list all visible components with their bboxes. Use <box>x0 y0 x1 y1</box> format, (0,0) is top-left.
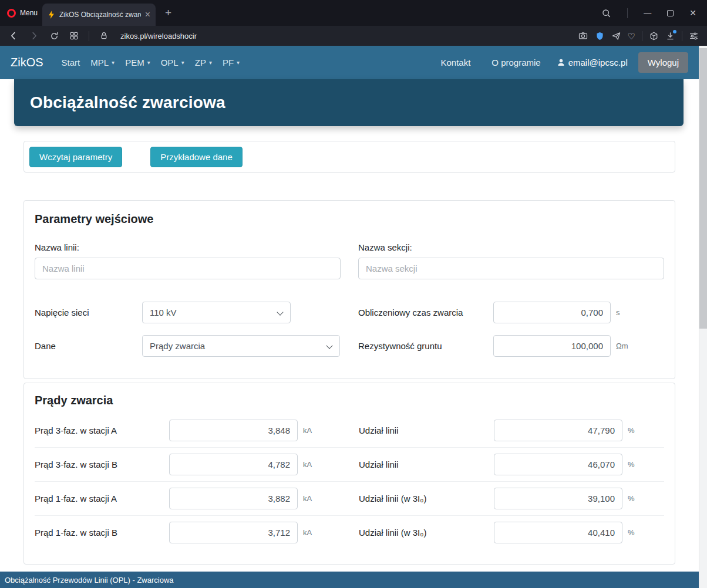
speed-dial-grid-icon[interactable] <box>69 31 79 40</box>
current-row: Prąd 3-faz. w stacji B kA Udział linii % <box>35 447 664 481</box>
navigation-buttons: zikos.pl/wireloadshocir <box>8 31 197 41</box>
nav-item-label: PF <box>223 58 234 67</box>
tab-favicon-bolt-icon <box>48 10 55 19</box>
name-fields-row: Nazwa linii: Nazwa sekcji: <box>35 242 664 279</box>
extensions-cube-icon[interactable] <box>649 31 659 41</box>
section-title: Parametry wejściowe <box>35 212 664 226</box>
nav-item-label: PEM <box>125 58 144 67</box>
section-name-label: Nazwa sekcji: <box>358 242 664 252</box>
download-notification-dot <box>673 30 676 33</box>
voltage-select[interactable]: 110 kV <box>142 302 291 323</box>
unit-label: Ωm <box>616 342 628 350</box>
status-bar-text: Obciążalność Przewodów Linii (OPL) - Zwa… <box>5 576 174 584</box>
flow-paper-plane-icon[interactable] <box>611 31 621 41</box>
divider <box>642 31 642 41</box>
chevron-down-icon: ▾ <box>181 59 184 66</box>
sliders-settings-icon[interactable] <box>689 31 699 41</box>
nav-item-start[interactable]: Start <box>56 58 86 67</box>
nav-item-zp[interactable]: ZP▾ <box>190 58 217 67</box>
nav-item-label: MPL <box>90 58 109 67</box>
short-circuit-time-label: Obliczeniowy czas zwarcia <box>358 307 493 317</box>
search-icon[interactable] <box>601 8 611 18</box>
current-label: Prąd 1-faz. w stacji B <box>35 528 169 538</box>
minimize-button[interactable]: — <box>644 9 651 17</box>
window-close-button[interactable]: ✕ <box>689 9 696 17</box>
unit-label: % <box>628 460 635 469</box>
browser-addressbar: zikos.pl/wireloadshocir ♡ <box>0 26 707 46</box>
chevron-down-icon: ▾ <box>147 59 150 66</box>
short-circuit-time-input[interactable] <box>493 302 611 323</box>
new-tab-button[interactable]: + <box>165 0 171 26</box>
maximize-button[interactable] <box>667 10 674 16</box>
browser-tab[interactable]: ZikOS Obciążalność zwarci × <box>42 4 156 26</box>
opera-menu-button[interactable]: Menu <box>0 9 46 18</box>
data-type-select[interactable]: Prądy zwarcia <box>142 335 340 357</box>
divider <box>682 31 682 41</box>
current-label: Prąd 3-faz. w stacji A <box>35 425 169 435</box>
nav-item-mpl[interactable]: MPL▾ <box>85 58 120 67</box>
brand-logo[interactable]: ZikOS <box>11 56 43 69</box>
voltage-time-row: Napięcie sieci 110 kV Obliczeniowy czas … <box>35 302 664 323</box>
line-name-input[interactable] <box>35 258 341 279</box>
divider <box>627 8 628 18</box>
nav-item-pem[interactable]: PEM▾ <box>120 58 156 67</box>
current-row: Prąd 1-faz. w stacji B kA Udział linii (… <box>35 515 664 549</box>
current-input[interactable] <box>169 420 298 441</box>
user-account-link[interactable]: email@ipcsc.pl <box>557 58 628 67</box>
back-icon[interactable] <box>8 31 19 41</box>
snapshot-camera-icon[interactable] <box>578 31 588 41</box>
current-input[interactable] <box>169 488 298 509</box>
chevron-down-icon: ▾ <box>237 59 240 66</box>
navbar-right: Kontakt O programie email@ipcsc.pl Wylog… <box>435 52 688 73</box>
window-controls: — ✕ <box>601 8 707 18</box>
current-row: Prąd 3-faz. w stacji A kA Udział linii % <box>35 413 664 447</box>
current-label: Prąd 3-faz. w stacji B <box>35 459 169 469</box>
shield-icon[interactable] <box>595 31 605 41</box>
url-field[interactable]: zikos.pl/wireloadshocir <box>120 32 197 40</box>
nav-item-label: Start <box>62 58 80 67</box>
unit-label: % <box>628 528 635 537</box>
unit-label: % <box>628 426 635 435</box>
page-header-panel: Obciążalność zwarciowa <box>14 79 684 126</box>
unit-label: kA <box>303 460 312 469</box>
downloads-icon[interactable] <box>665 31 675 41</box>
nav-item-opl[interactable]: OPL▾ <box>156 58 190 67</box>
nav-item-o-programie[interactable]: O programie <box>486 58 546 67</box>
current-input[interactable] <box>169 454 298 475</box>
nav-item-label: OPL <box>161 58 179 67</box>
share-input[interactable] <box>494 522 622 543</box>
page-scrollbar[interactable] <box>699 46 707 588</box>
ground-resistivity-input[interactable] <box>493 335 611 357</box>
tab-close-icon[interactable]: × <box>145 10 150 19</box>
voltage-select-value: 110 kV <box>150 307 177 317</box>
site-navbar: ZikOS Start MPL▾ PEM▾ OPL▾ ZP▾ PF▾ Konta… <box>0 46 699 79</box>
forward-icon[interactable] <box>29 31 39 41</box>
reload-icon[interactable] <box>49 31 59 41</box>
current-row: Prąd 1-faz. w stacji A kA Udział linii (… <box>35 481 664 515</box>
share-input[interactable] <box>494 488 622 509</box>
section-name-input[interactable] <box>358 258 664 279</box>
share-label: Udział linii <box>359 425 494 435</box>
share-input[interactable] <box>494 454 622 475</box>
load-parameters-button[interactable]: Wczytaj parametry <box>29 147 122 167</box>
logout-button[interactable]: Wyloguj <box>638 52 688 73</box>
lock-icon[interactable] <box>99 31 109 40</box>
nav-item-pf[interactable]: PF▾ <box>217 58 245 67</box>
addressbar-actions: ♡ <box>578 31 699 41</box>
tab-title: ZikOS Obciążalność zwarci <box>59 11 141 19</box>
opera-logo-icon <box>7 9 16 18</box>
user-email: email@ipcsc.pl <box>568 58 628 67</box>
unit-label: s <box>616 308 620 317</box>
page-title: Obciążalność zwarciowa <box>30 93 225 112</box>
share-input[interactable] <box>494 420 622 441</box>
nav-item-kontakt[interactable]: Kontakt <box>435 58 476 67</box>
current-input[interactable] <box>169 522 298 543</box>
chevron-down-icon: ▾ <box>209 59 212 66</box>
user-person-icon <box>557 58 565 67</box>
share-label: Udział linii <box>359 459 494 469</box>
chevron-down-icon: ▾ <box>112 59 115 66</box>
bookmark-heart-icon[interactable]: ♡ <box>628 32 635 40</box>
scrollbar-thumb[interactable] <box>699 48 707 329</box>
ground-resistivity-label: Rezystywność gruntu <box>358 341 493 351</box>
sample-data-button[interactable]: Przykładowe dane <box>150 147 243 167</box>
